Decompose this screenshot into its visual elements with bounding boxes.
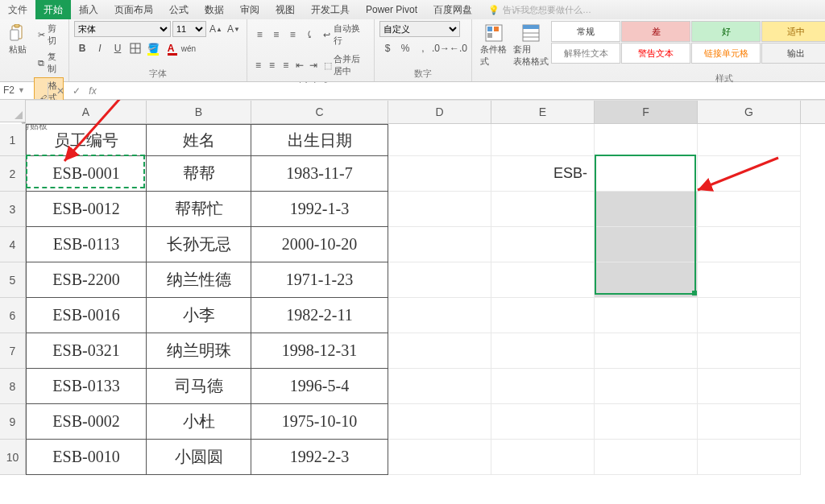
cell-A7[interactable]: ESB-0321: [26, 333, 147, 369]
phonetic-button[interactable]: wén: [180, 40, 197, 56]
inc-decimal-button[interactable]: .0→: [433, 40, 449, 56]
cancel-formula-button[interactable]: ✕: [53, 85, 68, 97]
cell-D4[interactable]: [388, 227, 491, 262]
cell-A8[interactable]: ESB-0133: [26, 369, 147, 404]
row-header-8[interactable]: 8: [0, 369, 26, 404]
indent-inc-button[interactable]: ⇥: [307, 57, 319, 73]
font-size-select[interactable]: 11: [172, 21, 206, 37]
cell-G3[interactable]: [698, 192, 801, 227]
align-middle-button[interactable]: ≡: [269, 27, 284, 43]
tab-视图[interactable]: 视图: [267, 0, 303, 19]
cell-B2[interactable]: 帮帮: [147, 156, 251, 192]
row-header-2[interactable]: 2: [0, 156, 26, 192]
cell-A2[interactable]: ESB-0001: [26, 156, 147, 192]
cell-C4[interactable]: 2000-10-20: [251, 227, 388, 262]
cell-D1[interactable]: [388, 124, 491, 156]
cell-A3[interactable]: ESB-0012: [26, 192, 147, 227]
orientation-button[interactable]: ⤹: [302, 27, 317, 43]
cell-C5[interactable]: 1971-1-23: [251, 262, 388, 298]
cell-B8[interactable]: 司马德: [147, 369, 251, 404]
cell-A4[interactable]: ESB-0113: [26, 227, 147, 262]
cell-D8[interactable]: [388, 369, 491, 404]
cell-G5[interactable]: [698, 262, 801, 298]
row-header-5[interactable]: 5: [0, 262, 26, 298]
align-bottom-button[interactable]: ≡: [285, 27, 301, 43]
cell-C9[interactable]: 1975-10-10: [251, 404, 388, 440]
cell-C1[interactable]: 出生日期: [251, 124, 388, 156]
cell-D5[interactable]: [388, 262, 491, 298]
cell-G4[interactable]: [698, 227, 801, 262]
increase-font-button[interactable]: A▲: [208, 21, 224, 37]
cell-D7[interactable]: [388, 333, 491, 369]
cell-C6[interactable]: 1982-2-11: [251, 298, 388, 333]
column-header-A[interactable]: A: [26, 101, 147, 123]
accounting-button[interactable]: $: [379, 40, 396, 56]
cell-D3[interactable]: [388, 192, 491, 227]
cell-G1[interactable]: [698, 124, 801, 156]
cell-B3[interactable]: 帮帮忙: [147, 192, 251, 227]
cell-C3[interactable]: 1992-1-3: [251, 192, 388, 227]
tab-页面布局[interactable]: 页面布局: [106, 0, 161, 19]
cell-E9[interactable]: [491, 404, 595, 440]
style-cell[interactable]: 差: [621, 21, 690, 42]
column-headers[interactable]: ABCDEFG: [26, 100, 825, 124]
align-right-button[interactable]: ≡: [280, 57, 292, 73]
cell-C8[interactable]: 1996-5-4: [251, 369, 388, 404]
cell-A9[interactable]: ESB-0002: [26, 404, 147, 440]
tell-me[interactable]: 💡 告诉我您想要做什么…: [480, 0, 599, 19]
cell-E7[interactable]: [491, 333, 595, 369]
align-left-button[interactable]: ≡: [252, 57, 264, 73]
cell-G8[interactable]: [698, 369, 801, 404]
cell-A5[interactable]: ESB-2200: [26, 262, 147, 298]
cell-A6[interactable]: ESB-0016: [26, 298, 147, 333]
cell-G7[interactable]: [698, 333, 801, 369]
cell-B9[interactable]: 小杜: [147, 404, 251, 440]
cell-F7[interactable]: [595, 333, 698, 369]
cell-B5[interactable]: 纳兰性德: [147, 262, 251, 298]
fill-color-button[interactable]: 🪣: [145, 40, 161, 56]
cell-F10[interactable]: [595, 440, 698, 475]
style-cell[interactable]: 链接单元格: [691, 43, 761, 64]
tab-file[interactable]: 文件: [0, 0, 35, 19]
style-cell[interactable]: 解释性文本: [551, 43, 620, 64]
cell-D2[interactable]: [388, 156, 491, 192]
cell-E8[interactable]: [491, 369, 595, 404]
cell-B6[interactable]: 小李: [147, 298, 251, 333]
tab-百度网盘[interactable]: 百度网盘: [425, 0, 480, 19]
row-header-3[interactable]: 3: [0, 192, 26, 227]
cell-F4[interactable]: [595, 227, 698, 262]
column-header-F[interactable]: F: [595, 101, 698, 123]
tab-开始[interactable]: 开始: [35, 0, 71, 19]
column-header-B[interactable]: B: [147, 101, 251, 123]
font-name-select[interactable]: 宋体: [74, 21, 171, 37]
number-format-select[interactable]: 自定义: [379, 21, 460, 37]
cut-button[interactable]: ✂剪切: [34, 21, 64, 48]
column-header-D[interactable]: D: [388, 101, 491, 123]
italic-button[interactable]: I: [92, 40, 108, 56]
cell-F8[interactable]: [595, 369, 698, 404]
cell-B10[interactable]: 小圆圆: [147, 440, 251, 475]
percent-button[interactable]: %: [397, 40, 413, 56]
paste-button[interactable]: 粘贴: [5, 21, 31, 59]
cell-F5[interactable]: [595, 262, 698, 298]
tab-数据[interactable]: 数据: [197, 0, 232, 19]
cell-B1[interactable]: 姓名: [147, 124, 251, 156]
cell-F1[interactable]: [595, 124, 698, 156]
align-top-button[interactable]: ≡: [252, 27, 267, 43]
dec-decimal-button[interactable]: ←.0: [450, 40, 466, 56]
tab-公式[interactable]: 公式: [161, 0, 197, 19]
font-color-button[interactable]: A: [163, 40, 179, 56]
wrap-text-button[interactable]: ↩自动换行: [318, 21, 369, 48]
cell-C7[interactable]: 1998-12-31: [251, 333, 388, 369]
tab-Power Pivot[interactable]: Power Pivot: [358, 0, 425, 19]
column-header-G[interactable]: G: [698, 101, 801, 123]
cell-E4[interactable]: [491, 227, 595, 262]
align-center-button[interactable]: ≡: [266, 57, 278, 73]
column-header-C[interactable]: C: [251, 101, 388, 123]
comma-button[interactable]: ,: [415, 40, 431, 56]
cell-F2[interactable]: [595, 156, 698, 192]
cell-E5[interactable]: [491, 262, 595, 298]
decrease-font-button[interactable]: A▼: [226, 21, 242, 37]
cell-C2[interactable]: 1983-11-7: [251, 156, 388, 192]
cell-A10[interactable]: ESB-0010: [26, 440, 147, 475]
